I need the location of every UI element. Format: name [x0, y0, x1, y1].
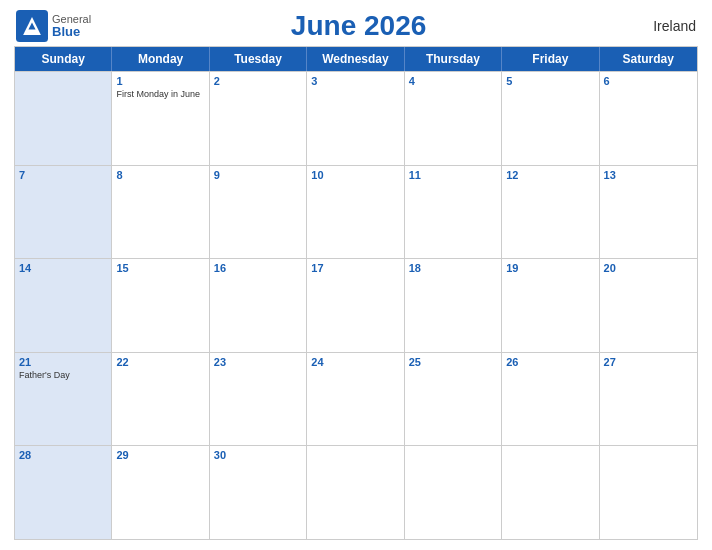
calendar-cell: 20: [600, 259, 697, 352]
calendar-week-5: 282930: [15, 445, 697, 539]
calendar-cell: 5: [502, 72, 599, 165]
calendar-title: June 2026: [291, 10, 426, 41]
calendar-body: 1First Monday in June2345678910111213141…: [15, 71, 697, 539]
day-number: 8: [116, 169, 204, 181]
day-number: 15: [116, 262, 204, 274]
calendar-week-2: 78910111213: [15, 165, 697, 259]
day-number: 27: [604, 356, 693, 368]
calendar: SundayMondayTuesdayWednesdayThursdayFrid…: [14, 46, 698, 540]
calendar-cell: [15, 72, 112, 165]
calendar-cell: 21Father's Day: [15, 353, 112, 446]
calendar-cell: 17: [307, 259, 404, 352]
calendar-cell: 29: [112, 446, 209, 539]
calendar-cell: 23: [210, 353, 307, 446]
calendar-cell: 19: [502, 259, 599, 352]
calendar-cell: [600, 446, 697, 539]
calendar-cell: 9: [210, 166, 307, 259]
day-number: 5: [506, 75, 594, 87]
day-number: 10: [311, 169, 399, 181]
calendar-cell: 10: [307, 166, 404, 259]
page-header: General Blue June 2026 Ireland: [14, 10, 698, 42]
calendar-cell: [307, 446, 404, 539]
day-number: 19: [506, 262, 594, 274]
day-number: 24: [311, 356, 399, 368]
day-number: 7: [19, 169, 107, 181]
logo-icon: [16, 10, 48, 42]
day-number: 9: [214, 169, 302, 181]
logo-text: General Blue: [52, 13, 91, 39]
calendar-week-3: 14151617181920: [15, 258, 697, 352]
calendar-cell: 6: [600, 72, 697, 165]
day-number: 28: [19, 449, 107, 461]
calendar-cell: 26: [502, 353, 599, 446]
calendar-cell: 3: [307, 72, 404, 165]
calendar-cell: 7: [15, 166, 112, 259]
calendar-cell: 24: [307, 353, 404, 446]
calendar-cell: 2: [210, 72, 307, 165]
calendar-header-row: SundayMondayTuesdayWednesdayThursdayFrid…: [15, 47, 697, 71]
day-number: 21: [19, 356, 107, 368]
country-label: Ireland: [626, 18, 696, 34]
day-number: 29: [116, 449, 204, 461]
day-event: First Monday in June: [116, 89, 204, 101]
calendar-cell: 22: [112, 353, 209, 446]
calendar-week-1: 1First Monday in June23456: [15, 71, 697, 165]
calendar-week-4: 21Father's Day222324252627: [15, 352, 697, 446]
day-number: 1: [116, 75, 204, 87]
day-number: 12: [506, 169, 594, 181]
calendar-cell: [502, 446, 599, 539]
day-number: 3: [311, 75, 399, 87]
calendar-cell: 18: [405, 259, 502, 352]
day-number: 14: [19, 262, 107, 274]
day-number: 2: [214, 75, 302, 87]
calendar-cell: 4: [405, 72, 502, 165]
day-number: 6: [604, 75, 693, 87]
day-number: 18: [409, 262, 497, 274]
day-event: Father's Day: [19, 370, 107, 382]
header-sunday: Sunday: [15, 47, 112, 71]
calendar-cell: 8: [112, 166, 209, 259]
day-number: 4: [409, 75, 497, 87]
title-area: June 2026: [91, 10, 626, 42]
calendar-cell: 16: [210, 259, 307, 352]
calendar-cell: 30: [210, 446, 307, 539]
header-monday: Monday: [112, 47, 209, 71]
calendar-cell: 25: [405, 353, 502, 446]
day-number: 13: [604, 169, 693, 181]
day-number: 17: [311, 262, 399, 274]
calendar-cell: 28: [15, 446, 112, 539]
calendar-cell: 13: [600, 166, 697, 259]
calendar-cell: [405, 446, 502, 539]
day-number: 11: [409, 169, 497, 181]
logo-blue: Blue: [52, 25, 91, 39]
day-number: 23: [214, 356, 302, 368]
calendar-cell: 27: [600, 353, 697, 446]
calendar-cell: 15: [112, 259, 209, 352]
header-thursday: Thursday: [405, 47, 502, 71]
header-wednesday: Wednesday: [307, 47, 404, 71]
calendar-cell: 11: [405, 166, 502, 259]
calendar-cell: 12: [502, 166, 599, 259]
day-number: 26: [506, 356, 594, 368]
header-saturday: Saturday: [600, 47, 697, 71]
header-friday: Friday: [502, 47, 599, 71]
logo: General Blue: [16, 10, 91, 42]
day-number: 30: [214, 449, 302, 461]
day-number: 20: [604, 262, 693, 274]
day-number: 22: [116, 356, 204, 368]
day-number: 25: [409, 356, 497, 368]
calendar-cell: 1First Monday in June: [112, 72, 209, 165]
calendar-cell: 14: [15, 259, 112, 352]
header-tuesday: Tuesday: [210, 47, 307, 71]
calendar-page: General Blue June 2026 Ireland SundayMon…: [0, 0, 712, 550]
day-number: 16: [214, 262, 302, 274]
